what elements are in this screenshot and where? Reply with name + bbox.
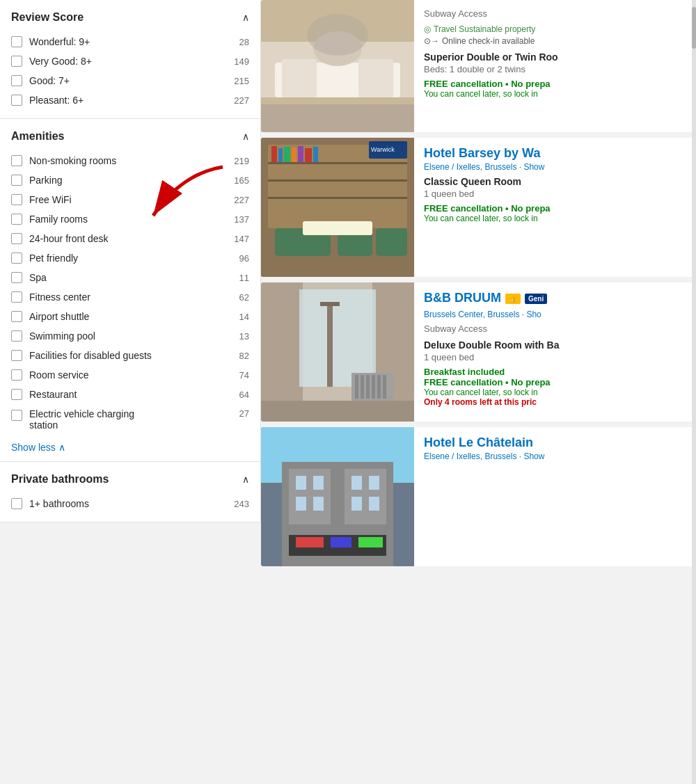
label-spa: Spa xyxy=(29,272,47,283)
filter-good: Good: 7+ 215 xyxy=(11,71,249,90)
hotel-4-show-link[interactable]: Show xyxy=(523,451,544,461)
amenities-header: Amenities ∧ xyxy=(11,130,249,143)
svg-rect-16 xyxy=(284,147,290,162)
svg-rect-47 xyxy=(313,476,324,490)
label-bathrooms: 1+ bathrooms xyxy=(29,498,89,509)
scrollbar[interactable] xyxy=(692,0,696,784)
checkbox-fitness[interactable] xyxy=(11,291,22,303)
label-front-desk: 24-hour front desk xyxy=(29,233,109,244)
amenities-title: Amenities xyxy=(11,130,64,143)
label-family-rooms: Family rooms xyxy=(29,214,88,225)
hotel-2-location: Elsene / Ixelles, Brussels · Show xyxy=(424,162,686,172)
svg-rect-24 xyxy=(303,221,372,235)
hotel-2-name[interactable]: Hotel Barsey by Wa xyxy=(424,146,686,161)
review-score-title: Review Score xyxy=(11,11,84,24)
label-wifi: Free WiFi xyxy=(29,194,72,205)
filter-spa: Spa 11 xyxy=(11,268,249,287)
hotel-1-lock-note: You can cancel later, so lock in xyxy=(424,89,686,99)
svg-rect-45 xyxy=(345,469,386,525)
checkbox-good[interactable] xyxy=(11,75,22,86)
svg-rect-50 xyxy=(296,497,306,511)
checkbox-spa[interactable] xyxy=(11,272,22,283)
svg-rect-44 xyxy=(289,469,331,525)
label-restaurant: Restaurant xyxy=(29,389,77,400)
svg-rect-7 xyxy=(261,104,414,132)
hotel-4-location-link[interactable]: Elsene / Ixelles, Brussels xyxy=(424,451,519,461)
show-less-button[interactable]: Show less ∧ xyxy=(11,442,65,453)
leaf-icon: ◎ xyxy=(424,24,431,34)
hotel-2-location-link[interactable]: Elsene / Ixelles, Brussels xyxy=(424,162,519,172)
hotel-1-subway: Subway Access xyxy=(424,8,686,19)
svg-rect-46 xyxy=(296,476,306,490)
svg-rect-18 xyxy=(298,146,303,162)
checkbox-parking[interactable] xyxy=(11,175,22,186)
checkbox-disabled[interactable] xyxy=(11,350,22,361)
svg-rect-48 xyxy=(351,476,362,490)
svg-rect-33 xyxy=(261,401,414,422)
checkbox-wifi[interactable] xyxy=(11,194,22,205)
checkbox-wonderful[interactable] xyxy=(11,36,22,47)
count-good: 215 xyxy=(234,76,249,86)
filter-family-rooms: Family rooms 137 xyxy=(11,209,249,229)
hotel-2-room-detail: 1 queen bed xyxy=(424,189,686,199)
checkbox-very-good[interactable] xyxy=(11,56,22,67)
scrollbar-thumb[interactable] xyxy=(692,7,696,49)
checkbox-non-smoking[interactable] xyxy=(11,155,22,166)
hotel-4-name[interactable]: Hotel Le Châtelain xyxy=(424,435,686,450)
count-non-smoking: 219 xyxy=(234,156,249,166)
filter-wonderful: Wonderful: 9+ 28 xyxy=(11,32,249,51)
count-very-good: 149 xyxy=(234,56,249,67)
checkbox-front-desk[interactable] xyxy=(11,233,22,244)
svg-rect-40 xyxy=(383,375,386,399)
checkbox-family-rooms[interactable] xyxy=(11,214,22,225)
filter-non-smoking: Non-smoking rooms 219 xyxy=(11,151,249,170)
checkbox-pleasant[interactable] xyxy=(11,95,22,106)
hotel-3-location-link[interactable]: Brussels Center, Brussels xyxy=(424,310,522,319)
svg-rect-4 xyxy=(282,59,317,97)
svg-rect-51 xyxy=(313,497,324,511)
svg-rect-12 xyxy=(268,179,407,182)
hotel-2-image: ♡ xyxy=(261,138,414,277)
amenities-chevron[interactable]: ∧ xyxy=(242,131,249,142)
svg-rect-15 xyxy=(278,148,283,162)
svg-rect-52 xyxy=(351,497,362,511)
hotel-2-show-link[interactable]: Show xyxy=(523,162,544,172)
filter-parking: Parking 165 xyxy=(11,170,249,190)
svg-point-6 xyxy=(313,31,362,66)
hotel-1-info: Subway Access ◎ Travel Sustainable prope… xyxy=(414,0,696,132)
hotel-card-1: ♡ Subway Access ◎ Travel Sustainable pro… xyxy=(261,0,696,132)
hotel-3-cancellation: FREE cancellation • No prepa xyxy=(424,377,686,387)
count-fitness: 62 xyxy=(239,292,249,303)
checkbox-restaurant[interactable] xyxy=(11,389,22,400)
hotel-1-checkin-label: Online check-in available xyxy=(442,36,535,46)
hotel-3-breakfast: Breakfast included xyxy=(424,367,686,377)
hotel-3-location: Brussels Center, Brussels · Sho xyxy=(424,310,686,319)
private-bathrooms-header: Private bathrooms ∧ xyxy=(11,473,249,486)
hotel-2-room-name: Classic Queen Room xyxy=(424,176,686,187)
count-wonderful: 28 xyxy=(239,37,249,47)
hotel-3-name[interactable]: B&B DRUUM xyxy=(424,291,501,305)
label-good: Good: 7+ xyxy=(29,75,70,86)
svg-rect-17 xyxy=(292,147,296,162)
checkbox-airport-shuttle[interactable] xyxy=(11,311,22,322)
label-pet-friendly: Pet friendly xyxy=(29,253,78,264)
svg-rect-57 xyxy=(358,537,383,547)
svg-rect-11 xyxy=(268,162,407,164)
private-bathrooms-chevron[interactable]: ∧ xyxy=(242,474,249,485)
review-score-chevron[interactable]: ∧ xyxy=(242,12,249,23)
checkbox-room-service[interactable] xyxy=(11,369,22,381)
label-room-service: Room service xyxy=(29,369,89,381)
checkbox-bathrooms[interactable] xyxy=(11,498,22,509)
checkbox-pet-friendly[interactable] xyxy=(11,253,22,264)
filter-wifi: Free WiFi 227 xyxy=(11,190,249,209)
checkbox-pool[interactable] xyxy=(11,330,22,342)
hotel-1-room-detail: Beds: 1 double or 2 twins xyxy=(424,64,686,74)
review-score-header: Review Score ∧ xyxy=(11,11,249,24)
checkbox-ev-charging[interactable] xyxy=(11,410,22,421)
svg-rect-38 xyxy=(372,375,375,399)
count-bathrooms: 243 xyxy=(234,499,249,509)
main-content: ♡ Subway Access ◎ Travel Sustainable pro… xyxy=(261,0,696,784)
hotel-3-room-detail: 1 queen bed xyxy=(424,352,686,362)
hotel-3-show-link[interactable]: Sho xyxy=(526,310,541,319)
hotel-3-badge-genius: Geni xyxy=(525,294,547,304)
